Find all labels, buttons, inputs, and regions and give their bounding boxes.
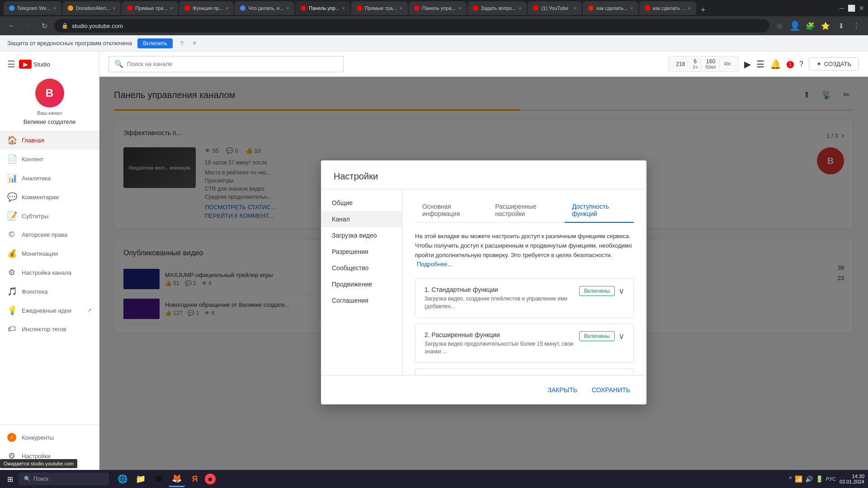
sidebar-item-daily-ideas[interactable]: 💡 Ежедневные идеи ↗ bbox=[0, 301, 99, 320]
modal-nav-community[interactable]: Сообщество bbox=[321, 260, 402, 276]
tab-close[interactable]: × bbox=[400, 6, 402, 11]
top-bar: 🔍 218 6 1ч 160 60мл bbox=[99, 52, 868, 77]
feature-card-content: 1. Стандартные функции Загрузка видео, с… bbox=[425, 286, 574, 310]
yt-studio-logo[interactable]: ▶ Studio bbox=[19, 60, 50, 69]
bookmark-button[interactable]: ☆ bbox=[773, 19, 786, 32]
browser-tab-how1[interactable]: как сделать... × bbox=[583, 1, 638, 15]
tab-label: Прямые тра... bbox=[135, 5, 167, 11]
profile-button[interactable]: 👤 bbox=[788, 19, 801, 32]
home-icon: 🏠 bbox=[7, 135, 16, 145]
tab-close[interactable]: × bbox=[53, 6, 56, 11]
modal-nav-permissions[interactable]: Разрешения bbox=[321, 244, 402, 260]
restore-button[interactable]: ⬜ bbox=[848, 5, 855, 12]
tab-close[interactable]: × bbox=[170, 6, 173, 11]
tray-volume-icon[interactable]: 🔊 bbox=[805, 475, 813, 483]
browser-tab-stream1[interactable]: Прямые тра... × bbox=[122, 1, 178, 15]
tray-arrow-icon[interactable]: ^ bbox=[789, 475, 792, 483]
feature-expand-button[interactable]: ∨ bbox=[618, 331, 624, 341]
browser-tab-dashboard[interactable]: Панель упра... × bbox=[409, 1, 467, 15]
taskbar-app-circle[interactable]: ● bbox=[205, 474, 216, 484]
tab-features[interactable]: Доступность функций bbox=[565, 198, 634, 223]
tab-advanced[interactable]: Расширенные настройки bbox=[488, 198, 565, 223]
modal-nav-promotion[interactable]: Продвижение bbox=[321, 276, 402, 292]
sidebar-item-copyright[interactable]: © Авторские права bbox=[0, 225, 99, 244]
extensions-button[interactable]: 🧩 bbox=[804, 19, 816, 32]
back-button[interactable]: ← bbox=[5, 19, 18, 32]
modal-overlay[interactable]: Настройки Общие Канал Загрузка видео Раз… bbox=[99, 77, 868, 488]
modal-nav-channel[interactable]: Канал bbox=[321, 211, 402, 227]
stat-label-60m: 60мл bbox=[705, 65, 716, 70]
browser-tab-telegram[interactable]: Telegram We... × bbox=[4, 1, 61, 15]
browser-tab-function[interactable]: Функция пр... × bbox=[179, 1, 234, 15]
warning-enable-button[interactable]: Включить bbox=[137, 38, 173, 48]
menu-button[interactable]: ⋮ bbox=[850, 19, 863, 32]
taskbar-app-firefox[interactable]: 🦊 bbox=[169, 471, 185, 487]
tab-close[interactable]: × bbox=[688, 6, 691, 11]
warning-dismiss-button[interactable]: × bbox=[193, 39, 197, 47]
taskbar-app-yandex[interactable]: Я bbox=[187, 471, 203, 487]
hamburger-menu[interactable]: ☰ bbox=[7, 59, 15, 70]
sidebar-item-content[interactable]: 📄 Контент bbox=[0, 150, 99, 169]
tab-close[interactable]: × bbox=[286, 6, 289, 11]
sidebar-item-tag-inspector[interactable]: 🏷 Инспектор тегов bbox=[0, 320, 99, 338]
tab-basic-info[interactable]: Основная информация bbox=[415, 198, 488, 223]
sidebar-label: Фонотека bbox=[22, 288, 47, 295]
reload-button[interactable]: ↻ bbox=[38, 19, 51, 32]
sidebar-item-monetization[interactable]: 💰 Монетизация bbox=[0, 244, 99, 263]
sidebar-item-analytics[interactable]: 📊 Аналитика bbox=[0, 169, 99, 188]
minimize-button[interactable]: ─ bbox=[840, 5, 844, 12]
video-list-button[interactable]: ▶ bbox=[744, 59, 751, 70]
taskbar-app-mail[interactable]: ✉ bbox=[151, 471, 167, 487]
tab-close[interactable]: × bbox=[458, 6, 461, 11]
sidebar-label: Контент bbox=[22, 156, 43, 163]
taskbar-app-browser[interactable]: 🌐 bbox=[114, 471, 131, 487]
browser-tab-donation[interactable]: DonationAlert... × bbox=[62, 1, 121, 15]
yt-tab-icon bbox=[533, 5, 538, 11]
feature-expand-button[interactable]: ∨ bbox=[618, 286, 624, 296]
sidebar-item-home[interactable]: 🏠 Главная bbox=[0, 131, 99, 150]
modal-close-button[interactable]: ЗАКРЫТЬ bbox=[544, 383, 581, 397]
tab-close[interactable]: × bbox=[574, 6, 577, 11]
tab-close[interactable]: × bbox=[226, 6, 229, 11]
help-button[interactable]: ? bbox=[799, 60, 803, 68]
list-view-button[interactable]: ☰ bbox=[756, 59, 764, 70]
tab-close[interactable]: × bbox=[519, 6, 522, 11]
browser-tab-studio[interactable]: Панель упр... × bbox=[295, 1, 350, 15]
feature-card-advanced: 2. Расширенные функции Загрузка видео пр… bbox=[415, 324, 634, 363]
browser-tab-stream2[interactable]: Прямые тра... × bbox=[351, 1, 408, 15]
create-button[interactable]: ✦ СОЗДАТЬ bbox=[809, 57, 859, 70]
address-bar[interactable]: 🔒 studio.youtube.com bbox=[54, 19, 769, 33]
sidebar-item-channel-settings[interactable]: ⚙ Настройка канала bbox=[0, 263, 99, 282]
favorites-button[interactable]: ⭐ bbox=[819, 19, 832, 32]
browser-tab-whatdo[interactable]: Что делать, е... × bbox=[235, 1, 294, 15]
tab-close[interactable]: × bbox=[113, 6, 115, 11]
modal-save-button[interactable]: СОХРАНИТЬ bbox=[588, 383, 634, 397]
search-input[interactable] bbox=[127, 61, 338, 67]
learn-more-link[interactable]: Подробнее... bbox=[417, 261, 452, 267]
new-tab-button[interactable]: + bbox=[697, 5, 709, 15]
notification-button[interactable]: 🔔 bbox=[770, 59, 781, 70]
tab-close[interactable]: × bbox=[342, 6, 345, 11]
tray-battery-icon[interactable]: 🔋 bbox=[816, 475, 823, 483]
close-button[interactable]: ✕ bbox=[859, 5, 864, 12]
downloads-button[interactable]: ⬇ bbox=[835, 19, 847, 32]
taskbar-app-explorer[interactable]: 📁 bbox=[132, 471, 149, 487]
taskbar-search[interactable]: 🔍 Поиск bbox=[19, 473, 109, 485]
browser-tab-how2[interactable]: как сделать ... × bbox=[639, 1, 696, 15]
sidebar-item-competitors[interactable]: + Конкуренты bbox=[0, 428, 99, 446]
warning-close-icon[interactable]: ? bbox=[180, 40, 184, 47]
sidebar-item-subtitles[interactable]: 📝 Субтитры bbox=[0, 206, 99, 225]
modal-nav-general[interactable]: Общие bbox=[321, 195, 402, 211]
start-button[interactable]: ⊞ bbox=[4, 473, 17, 485]
tab-close[interactable]: × bbox=[630, 6, 633, 11]
modal-nav-agreements[interactable]: Соглашения bbox=[321, 292, 402, 309]
stat-1h: 6 1ч bbox=[690, 58, 701, 70]
tray-network-icon[interactable]: 📶 bbox=[795, 475, 802, 483]
modal-nav-upload[interactable]: Загрузка видео bbox=[321, 227, 402, 244]
browser-tab-ask[interactable]: Задать вопро... × bbox=[467, 1, 527, 15]
browser-tab-yt1[interactable]: (1) YouTube × bbox=[528, 1, 582, 15]
sidebar-item-library[interactable]: 🎵 Фонотека bbox=[0, 282, 99, 301]
sidebar-item-comments[interactable]: 💬 Комментарии bbox=[0, 188, 99, 206]
search-bar-container[interactable]: 🔍 bbox=[108, 56, 344, 72]
forward-button[interactable]: → bbox=[22, 19, 34, 32]
